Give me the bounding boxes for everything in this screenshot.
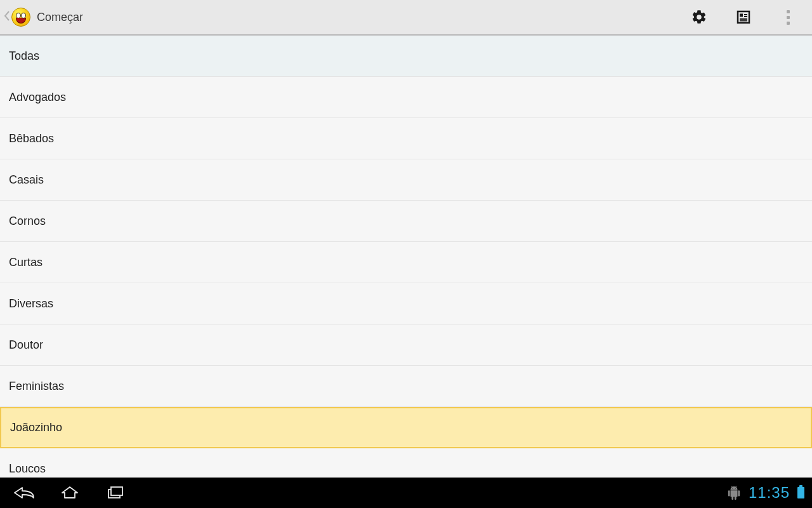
list-item-label: Casais [9, 173, 44, 187]
list-item-label: Loucos [9, 462, 46, 476]
list-item-label: Joãozinho [10, 421, 62, 434]
overflow-menu-button[interactable] [773, 2, 803, 32]
app-smiley-icon[interactable] [11, 8, 30, 27]
status-clock: 11:35 [749, 484, 790, 502]
category-list: TodasAdvogadosBêbadosCasaisCornosCurtasD… [0, 36, 812, 508]
list-item-label: Todas [9, 50, 39, 63]
list-item[interactable]: Advogados [0, 77, 812, 118]
list-item[interactable]: Todas [0, 36, 812, 77]
nav-back-button[interactable] [11, 480, 37, 505]
nav-recents-button[interactable] [103, 480, 128, 505]
nav-home-button[interactable] [57, 480, 82, 505]
back-icon [13, 485, 35, 500]
list-item-label: Doutor [9, 338, 43, 352]
svg-rect-3 [744, 16, 747, 17]
status-area: 11:35 [727, 484, 804, 502]
svg-rect-1 [740, 14, 743, 17]
action-icons [684, 2, 803, 32]
list-item-label: Curtas [9, 256, 43, 269]
svg-rect-2 [744, 14, 747, 15]
article-icon [736, 10, 751, 25]
list-item[interactable]: Bêbados [0, 118, 812, 159]
list-item[interactable]: Casais [0, 159, 812, 201]
list-item[interactable]: Feministas [0, 366, 812, 407]
list-view-button[interactable] [728, 2, 759, 32]
battery-icon [797, 487, 804, 498]
overflow-icon [782, 10, 794, 25]
list-item-label: Cornos [9, 215, 46, 228]
action-bar: Começar [0, 0, 812, 36]
settings-button[interactable] [684, 2, 714, 32]
gear-icon [691, 9, 707, 25]
list-item[interactable]: Joãozinho [0, 407, 812, 448]
list-item-label: Advogados [9, 91, 66, 104]
recents-icon [106, 485, 125, 500]
list-item[interactable]: Diversas [0, 283, 812, 324]
system-nav-bar: 11:35 [0, 478, 812, 508]
list-item-label: Feministas [9, 380, 64, 393]
svg-rect-5 [740, 20, 747, 22]
back-caret-icon[interactable] [4, 10, 10, 25]
list-item-label: Diversas [9, 297, 53, 311]
home-icon [60, 485, 79, 500]
list-item[interactable]: Cornos [0, 201, 812, 242]
svg-rect-4 [740, 18, 747, 20]
list-item[interactable]: Curtas [0, 242, 812, 283]
list-item[interactable]: Doutor [0, 324, 812, 366]
svg-rect-7 [111, 487, 122, 495]
android-icon [727, 486, 741, 500]
list-item-label: Bêbados [9, 132, 54, 145]
page-title: Começar [37, 11, 83, 24]
